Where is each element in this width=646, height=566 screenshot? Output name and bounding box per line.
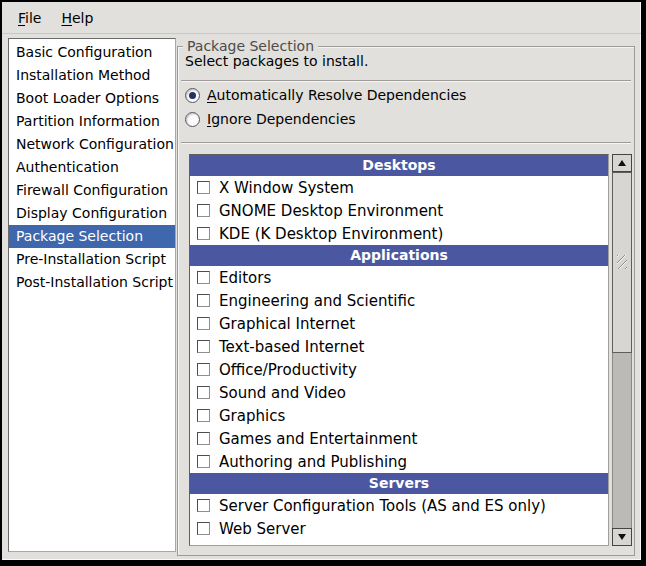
checkbox[interactable] bbox=[197, 227, 210, 240]
package-item-label: X Window System bbox=[219, 179, 354, 197]
package-item-x-window-system[interactable]: X Window System bbox=[190, 176, 608, 199]
package-group-header-servers: Servers bbox=[190, 473, 608, 494]
sidebar-item-partition-information[interactable]: Partition Information bbox=[9, 110, 175, 133]
menu-file[interactable]: File bbox=[8, 6, 51, 30]
package-item-label: Server Configuration Tools (AS and ES on… bbox=[219, 497, 546, 515]
checkbox[interactable] bbox=[197, 455, 210, 468]
arrow-up-icon bbox=[618, 160, 626, 166]
package-group-header-applications: Applications bbox=[190, 245, 608, 266]
checkbox[interactable] bbox=[197, 271, 210, 284]
sidebar-item-basic-configuration[interactable]: Basic Configuration bbox=[9, 41, 175, 64]
sidebar-item-package-selection[interactable]: Package Selection bbox=[9, 225, 175, 248]
package-item-kde-k-desktop-environment[interactable]: KDE (K Desktop Environment) bbox=[190, 222, 608, 245]
radio-indicator bbox=[185, 88, 200, 103]
sidebar-nav: Basic ConfigurationInstallation MethodBo… bbox=[8, 38, 176, 552]
package-item-authoring-and-publishing[interactable]: Authoring and Publishing bbox=[190, 450, 608, 473]
checkbox[interactable] bbox=[197, 432, 210, 445]
checkbox[interactable] bbox=[197, 386, 210, 399]
sidebar-item-network-configuration[interactable]: Network Configuration bbox=[9, 133, 175, 156]
scroll-down-button[interactable] bbox=[612, 528, 632, 546]
package-item-label: Games and Entertainment bbox=[219, 430, 417, 448]
checkbox[interactable] bbox=[197, 522, 210, 535]
menubar: FileHelp bbox=[2, 2, 641, 34]
package-list: DesktopsX Window SystemGNOME Desktop Env… bbox=[189, 154, 609, 546]
package-item-label: Web Server bbox=[219, 520, 306, 538]
package-selection-frame: Package Selection Select packages to ins… bbox=[177, 46, 635, 556]
radio-label: Automatically Resolve Dependencies bbox=[207, 87, 466, 103]
sidebar-item-firewall-configuration[interactable]: Firewall Configuration bbox=[9, 179, 175, 202]
checkbox[interactable] bbox=[197, 409, 210, 422]
package-list-scrollwindow: DesktopsX Window SystemGNOME Desktop Env… bbox=[189, 154, 632, 546]
package-item-games-and-entertainment[interactable]: Games and Entertainment bbox=[190, 427, 608, 450]
package-item-engineering-and-scientific[interactable]: Engineering and Scientific bbox=[190, 289, 608, 312]
sidebar-item-boot-loader-options[interactable]: Boot Loader Options bbox=[9, 87, 175, 110]
sidebar-item-authentication[interactable]: Authentication bbox=[9, 156, 175, 179]
package-item-label: Editors bbox=[219, 269, 271, 287]
package-item-label: Sound and Video bbox=[219, 384, 346, 402]
package-item-label: GNOME Desktop Environment bbox=[219, 202, 443, 220]
sidebar-item-installation-method[interactable]: Installation Method bbox=[9, 64, 175, 87]
sidebar-item-pre-installation-script[interactable]: Pre-Installation Script bbox=[9, 248, 175, 271]
radio-automatically-resolve-dependencies[interactable]: Automatically Resolve Dependencies bbox=[185, 86, 466, 104]
package-item-graphical-internet[interactable]: Graphical Internet bbox=[190, 312, 608, 335]
package-item-editors[interactable]: Editors bbox=[190, 266, 608, 289]
package-item-label: KDE (K Desktop Environment) bbox=[219, 225, 443, 243]
radio-indicator bbox=[185, 112, 200, 127]
package-item-gnome-desktop-environment[interactable]: GNOME Desktop Environment bbox=[190, 199, 608, 222]
package-item-label: Office/Productivity bbox=[219, 361, 357, 379]
package-item-label: Text-based Internet bbox=[219, 338, 364, 356]
package-item-label: Graphical Internet bbox=[219, 315, 355, 333]
separator bbox=[181, 80, 631, 82]
checkbox[interactable] bbox=[197, 204, 210, 217]
checkbox[interactable] bbox=[197, 340, 210, 353]
package-item-web-server[interactable]: Web Server bbox=[190, 517, 608, 540]
package-item-office-productivity[interactable]: Office/Productivity bbox=[190, 358, 608, 381]
radio-ignore-dependencies[interactable]: Ignore Dependencies bbox=[185, 110, 356, 128]
radio-label: Ignore Dependencies bbox=[207, 111, 356, 127]
scroll-up-button[interactable] bbox=[612, 154, 632, 172]
vertical-scrollbar[interactable] bbox=[612, 154, 632, 546]
package-item-label: Graphics bbox=[219, 407, 285, 425]
package-item-text-based-internet[interactable]: Text-based Internet bbox=[190, 335, 608, 358]
sidebar-item-post-installation-script[interactable]: Post-Installation Script bbox=[9, 271, 175, 294]
package-item-label: Authoring and Publishing bbox=[219, 453, 407, 471]
app-window: FileHelp Basic ConfigurationInstallation… bbox=[0, 0, 646, 566]
checkbox[interactable] bbox=[197, 294, 210, 307]
menu-help[interactable]: Help bbox=[51, 6, 103, 30]
separator bbox=[181, 142, 631, 144]
checkbox[interactable] bbox=[197, 363, 210, 376]
subtitle: Select packages to install. bbox=[185, 53, 368, 69]
package-item-server-configuration-tools-as-and-es-only[interactable]: Server Configuration Tools (AS and ES on… bbox=[190, 494, 608, 517]
arrow-down-icon bbox=[618, 534, 626, 540]
package-item-sound-and-video[interactable]: Sound and Video bbox=[190, 381, 608, 404]
checkbox[interactable] bbox=[197, 181, 210, 194]
package-item-graphics[interactable]: Graphics bbox=[190, 404, 608, 427]
sidebar-item-display-configuration[interactable]: Display Configuration bbox=[9, 202, 175, 225]
checkbox[interactable] bbox=[197, 499, 210, 512]
package-item-label: Engineering and Scientific bbox=[219, 292, 415, 310]
checkbox[interactable] bbox=[197, 317, 210, 330]
scrollbar-thumb[interactable] bbox=[612, 172, 632, 353]
package-group-header-desktops: Desktops bbox=[190, 155, 608, 176]
